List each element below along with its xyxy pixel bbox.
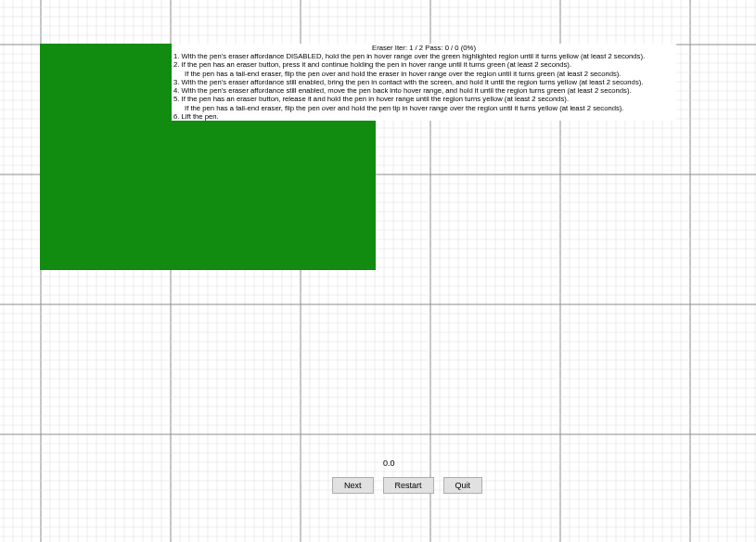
instruction-step-1: 1. With the pen's eraser affordance DISA… bbox=[173, 52, 674, 60]
instruction-panel: Eraser Iter: 1 / 2 Pass: 0 / 0 (0%) 1. W… bbox=[172, 44, 676, 121]
next-button[interactable]: Next bbox=[332, 477, 374, 494]
restart-button[interactable]: Restart bbox=[383, 477, 434, 494]
instruction-step-4: 4. With the pen's eraser affordance stil… bbox=[173, 86, 674, 95]
instruction-step-3: 3. With the pen's eraser affordance stil… bbox=[173, 78, 674, 86]
button-bar: Next Restart Quit bbox=[332, 477, 482, 494]
quit-button[interactable]: Quit bbox=[443, 477, 483, 494]
instruction-step-2-sub: If the pen has a tail-end eraser, flip t… bbox=[173, 70, 674, 78]
instruction-step-2: 2. If the pen has an eraser button, pres… bbox=[173, 60, 674, 69]
instruction-step-6: 6. Lift the pen. bbox=[173, 112, 674, 121]
instruction-step-5-sub: If the pen has a tail-end eraser, flip t… bbox=[173, 104, 674, 112]
instruction-step-5: 5. If the pen has an eraser button, rele… bbox=[173, 95, 674, 103]
status-value: 0.0 bbox=[383, 458, 395, 468]
test-header: Eraser Iter: 1 / 2 Pass: 0 / 0 (0%) bbox=[173, 44, 674, 52]
